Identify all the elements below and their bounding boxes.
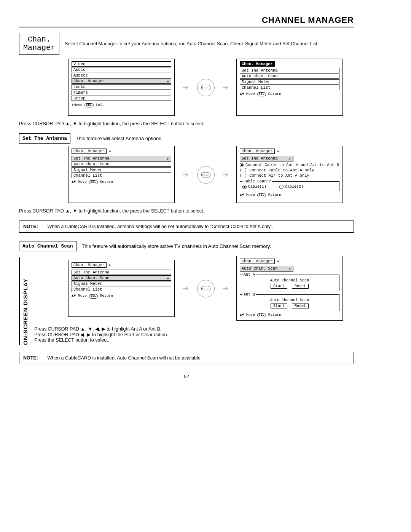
intro-text: Select Channel Manager to set your Anten… bbox=[65, 41, 354, 46]
chan-manager-heading-box: Chan. Manager bbox=[19, 33, 59, 55]
expand-icon: ▸ bbox=[289, 266, 292, 271]
updown-icon: ▲▼ bbox=[240, 193, 244, 197]
menu-item: Aspect bbox=[72, 73, 171, 78]
chan-manager-menu-screen: Chan. Manager ▸ Set The Antenna▸ Auto Ch… bbox=[68, 146, 175, 203]
menu-item: Signal Meter bbox=[72, 281, 171, 286]
chan-manager-menu-screen: Chan. Manager Set The Antenna Auto Chan.… bbox=[236, 59, 343, 116]
instruction-block: Press CURSOR PAD ▲, ▼, ◀, ▶ to highlight… bbox=[34, 326, 354, 343]
updown-icon: ▲▼ bbox=[72, 180, 76, 184]
instruction-text: Press CURSOR PAD ▲, ▼ to highlight funct… bbox=[19, 121, 354, 126]
ant-a-fieldset: Ant A Auto Channel Scan Start Reset bbox=[240, 273, 339, 291]
menu-item: Set The Antenna bbox=[240, 68, 339, 73]
instruction-line: Press CURSOR PAD ◀, ▶ to highlight the S… bbox=[34, 332, 354, 337]
updown-icon: ▲▼ bbox=[72, 294, 76, 298]
menu-item: Locks bbox=[72, 84, 171, 89]
screen-title: Chan. Manager bbox=[240, 149, 275, 154]
note-text: When a CableCARD is installed, Auto Chan… bbox=[47, 355, 202, 361]
menu-item: Set The Antenna bbox=[72, 270, 171, 275]
sel-pill-icon: SEL bbox=[257, 92, 266, 96]
radio-icon bbox=[240, 163, 244, 167]
instruction-line: Press CURSOR PAD ▲, ▼, ◀, ▶ to highlight… bbox=[34, 326, 354, 332]
cable-source-fieldset: Cable Source Cable(1) Cable(2) bbox=[240, 179, 339, 191]
set-antenna-desc: This feature will select Antenna options… bbox=[76, 136, 162, 141]
select-pad-icon: SELECT bbox=[196, 165, 215, 184]
paren-icon: ( ) bbox=[240, 168, 247, 173]
screens-row-1: Video Audio Aspect Chan. Manager▸ Locks … bbox=[57, 59, 354, 116]
menu-item: Audio bbox=[72, 67, 171, 72]
sel-pill-icon: SEL bbox=[89, 180, 98, 184]
select-pad-icon: SELECT bbox=[196, 78, 215, 96]
menu-item: Signal Meter bbox=[72, 167, 171, 173]
menu-item: Channel List bbox=[240, 85, 339, 90]
screen-footer-hint: ▲▼ Move SEL Return bbox=[72, 180, 171, 184]
paren-icon: ( ) bbox=[240, 173, 247, 178]
arrow-right-icon: ➔ bbox=[182, 284, 189, 293]
arrow-right-icon: ➔ bbox=[182, 170, 189, 179]
arrow-right-icon: ➔ bbox=[222, 170, 229, 179]
cable-source-legend: Cable Source bbox=[242, 179, 272, 184]
screens-row-3: Chan. Manager ▸ Set The Antenna Auto Cha… bbox=[57, 256, 354, 321]
menu-item-highlighted: Chan. Manager▸ bbox=[72, 78, 171, 84]
expand-icon: ▸ bbox=[167, 276, 169, 281]
expand-icon: ▸ bbox=[277, 259, 279, 264]
expand-icon: ▸ bbox=[109, 149, 111, 153]
note-text: When a CableCARD is installed, antenna s… bbox=[47, 224, 273, 229]
auto-channel-scan-desc: This feature will automatically store ac… bbox=[82, 243, 271, 249]
note-box: NOTE: When a CableCARD is installed, Aut… bbox=[19, 352, 354, 364]
menu-item-highlighted: Set The Antenna▸ bbox=[240, 156, 293, 161]
screen-title: Chan. Manager bbox=[72, 262, 107, 268]
menu-item-highlighted: Auto Chan. Scan▸ bbox=[72, 275, 171, 281]
instruction-line: Press the SELECT button to select. bbox=[34, 337, 354, 343]
menu-item-highlighted: Auto Chan. Scan▸ bbox=[240, 266, 293, 272]
chan-manager-menu-screen: Chan. Manager ▸ Set The Antenna Auto Cha… bbox=[68, 260, 175, 317]
antenna-option: Connect Cable to Ant A and Air to Ant B bbox=[240, 163, 339, 167]
screen-title: Chan. Manager bbox=[72, 149, 107, 154]
screen-footer-hint: ▲▼ Move SEL Return bbox=[72, 294, 171, 298]
menu-item: Channel List bbox=[72, 173, 171, 178]
antenna-option: ( ) Connect Cable to Ant A only bbox=[240, 168, 339, 173]
set-antenna-screen: Chan. Manager ▸ Set The Antenna▸ Connect… bbox=[236, 146, 343, 203]
sel-pill-icon: SEL bbox=[257, 313, 266, 317]
sel-pill-icon: SEL bbox=[257, 193, 266, 197]
select-pad-icon: SELECT bbox=[196, 279, 215, 297]
on-screen-display-side-label: ON-SCREEN DISPLAY bbox=[19, 257, 29, 345]
ant-b-fieldset: Ant B Auto Channel Scan Start Reset bbox=[240, 292, 339, 311]
menu-item: Timers bbox=[72, 90, 171, 95]
start-button: Start bbox=[271, 284, 287, 289]
auto-channel-scan-label-box: Auto Channel Scan bbox=[19, 241, 76, 251]
arrow-right-icon: ➔ bbox=[182, 83, 189, 92]
screen-title: Chan. Manager bbox=[240, 61, 275, 67]
heading-line-2: Manager bbox=[23, 44, 55, 52]
scan-title: Auto Channel Scan bbox=[242, 278, 337, 283]
menu-item: Setup bbox=[72, 96, 171, 101]
main-menu-screen: Video Audio Aspect Chan. Manager▸ Locks … bbox=[68, 59, 175, 116]
screen-footer-hint: ▲▼ Move SEL Return bbox=[240, 193, 339, 197]
ant-b-legend: Ant B bbox=[242, 292, 256, 297]
menu-item: Signal Meter bbox=[240, 79, 339, 85]
menu-item: Video bbox=[72, 61, 171, 67]
expand-icon: ▸ bbox=[167, 156, 169, 161]
sel-pill-icon: SEL bbox=[89, 294, 98, 298]
auto-channel-scan-screen: Chan. Manager ▸ Auto Chan. Scan▸ Ant A A… bbox=[236, 256, 343, 321]
note-label: NOTE: bbox=[23, 355, 46, 361]
menu-item: Auto Chan. Scan bbox=[240, 73, 339, 79]
sel-pill-icon: SEL bbox=[84, 103, 93, 107]
updown-icon: ▲▼ bbox=[240, 313, 244, 317]
page-number: 52 bbox=[19, 374, 354, 379]
heading-line-1: Chan. bbox=[23, 35, 55, 44]
menu-item: Channel List bbox=[72, 287, 171, 292]
expand-icon: ▸ bbox=[289, 156, 292, 161]
expand-icon: ▸ bbox=[109, 263, 111, 267]
note-label: NOTE: bbox=[23, 224, 46, 229]
updown-icon: ▲▼ bbox=[240, 92, 244, 96]
set-antenna-label-box: Set The Antenna bbox=[19, 133, 70, 144]
screen-footer-hint: ✥Move SEL Sel. bbox=[72, 102, 171, 107]
radio-icon bbox=[279, 185, 284, 189]
menu-item-highlighted: Set The Antenna▸ bbox=[72, 156, 171, 161]
page-title: CHANNEL MANAGER bbox=[19, 15, 354, 27]
note-box: NOTE: When a CableCARD is installed, ant… bbox=[19, 220, 354, 233]
screen-title: Chan. Manager bbox=[240, 259, 275, 264]
expand-icon: ▸ bbox=[167, 79, 169, 84]
screens-row-2: Chan. Manager ▸ Set The Antenna▸ Auto Ch… bbox=[57, 146, 354, 203]
reset-button: Reset bbox=[292, 284, 309, 289]
